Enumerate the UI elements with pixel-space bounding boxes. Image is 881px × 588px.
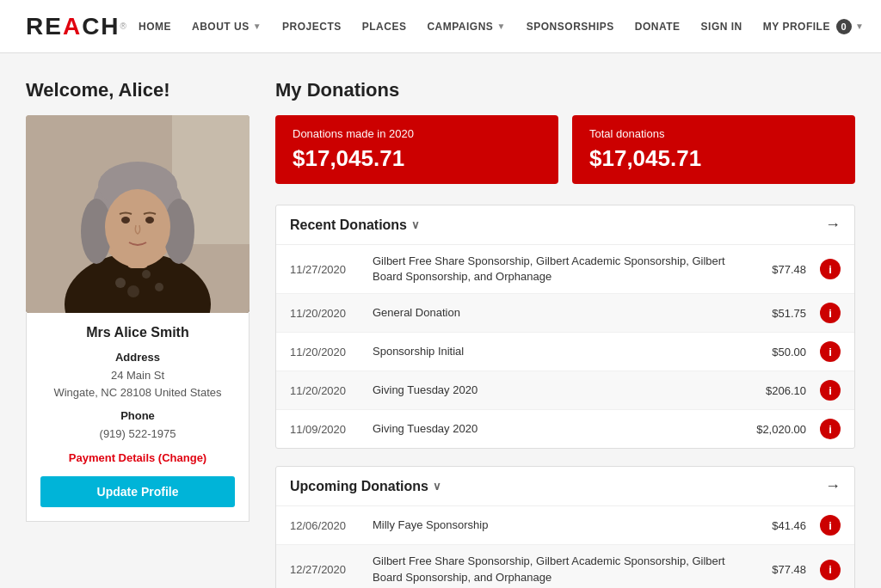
donation-desc: Giving Tuesday 2020	[373, 383, 728, 398]
nav-sponsorships[interactable]: SPONSORSHIPS	[516, 21, 625, 33]
profile-badge: 0	[836, 19, 852, 34]
donation-amount: $2,020.00	[742, 423, 806, 436]
table-row: 11/09/2020 Giving Tuesday 2020 $2,020.00…	[276, 410, 854, 448]
donation-amount: $41.46	[742, 519, 806, 532]
logo[interactable]: REACH®	[26, 13, 128, 40]
upcoming-donations-chevron-icon: ∨	[433, 480, 441, 493]
left-panel: Welcome, Alice!	[26, 79, 250, 588]
svg-point-14	[127, 285, 139, 297]
table-row: 11/20/2020 Giving Tuesday 2020 $206.10 i	[276, 371, 854, 410]
recent-donations-title[interactable]: Recent Donations ∨	[290, 217, 420, 233]
svg-point-12	[115, 278, 126, 288]
recent-donations-chevron-icon: ∨	[411, 218, 420, 231]
nav-home[interactable]: HOME	[128, 21, 182, 33]
donation-info-icon[interactable]: i	[820, 515, 841, 536]
upcoming-donations-section: Upcoming Donations ∨ → 12/06/2020 Milly …	[275, 466, 855, 588]
phone-label: Phone	[40, 409, 235, 422]
nav-donate[interactable]: DONATE	[625, 21, 691, 33]
stat-card-2020: Donations made in 2020 $17,045.71	[275, 115, 558, 184]
svg-point-9	[105, 189, 170, 265]
donation-info-icon[interactable]: i	[820, 560, 841, 580]
stat-card-total-label: Total donations	[589, 127, 838, 140]
logo-a: A	[63, 13, 82, 40]
donation-info-icon[interactable]: i	[820, 341, 841, 362]
recent-donations-header: Recent Donations ∨ →	[276, 205, 854, 245]
nav-campaigns[interactable]: CAMPAIGNS ▼	[416, 21, 515, 33]
donation-amount: $51.75	[742, 307, 806, 320]
upcoming-donations-title[interactable]: Upcoming Donations ∨	[290, 479, 441, 494]
svg-point-15	[155, 283, 163, 291]
donation-amount: $206.10	[742, 384, 806, 397]
address-value: 24 Main St Wingate, NC 28108 United Stat…	[40, 367, 235, 401]
nav-links: HOME ABOUT US ▼ PROJECTS PLACES CAMPAIGN…	[128, 19, 874, 34]
donation-date: 12/27/2020	[290, 563, 359, 576]
donation-info-icon[interactable]: i	[820, 380, 841, 401]
donation-amount: $77.48	[742, 263, 806, 276]
table-row: 12/06/2020 Milly Faye Sponsorship $41.46…	[276, 506, 854, 545]
payment-change-link[interactable]: (Change)	[158, 451, 206, 464]
profile-info: Mrs Alice Smith Address 24 Main St Winga…	[26, 313, 250, 522]
stat-card-2020-value: $17,045.71	[293, 145, 541, 172]
stat-card-2020-label: Donations made in 2020	[293, 127, 541, 140]
phone-value: (919) 522-1975	[40, 426, 235, 443]
nav-signin[interactable]: SIGN IN	[691, 21, 753, 33]
donation-desc: Sponsorship Initial	[373, 344, 728, 359]
svg-point-10	[121, 217, 130, 224]
donation-amount: $50.00	[742, 346, 806, 358]
upcoming-donations-header: Upcoming Donations ∨ →	[276, 467, 854, 506]
table-row: 11/20/2020 General Donation $51.75 i	[276, 294, 854, 333]
recent-donations-section: Recent Donations ∨ → 11/27/2020 Gilbert …	[275, 205, 855, 449]
logo-reg: ®	[120, 21, 128, 31]
table-row: 11/27/2020 Gilbert Free Share Sponsorshi…	[276, 245, 854, 294]
donation-date: 11/20/2020	[290, 307, 359, 320]
logo-ch: CH	[82, 13, 120, 40]
donation-desc: Milly Faye Sponsorship	[373, 518, 728, 533]
nav-projects[interactable]: PROJECTS	[272, 21, 352, 33]
donation-desc: Gilbert Free Share Sponsorship, Gilbert …	[373, 254, 728, 285]
my-donations-title: My Donations	[275, 79, 855, 101]
upcoming-donations-arrow-icon[interactable]: →	[825, 477, 841, 495]
nav-profile[interactable]: MY PROFILE 0 ▼	[753, 19, 875, 34]
svg-point-11	[145, 217, 154, 224]
welcome-title: Welcome, Alice!	[26, 79, 250, 101]
profile-name: Mrs Alice Smith	[40, 325, 235, 340]
donation-desc: Giving Tuesday 2020	[373, 421, 728, 437]
profile-photo	[26, 115, 250, 313]
donation-info-icon[interactable]: i	[820, 303, 841, 323]
campaigns-dropdown-icon: ▼	[496, 21, 505, 31]
table-row: 12/27/2020 Gilbert Free Share Sponsorshi…	[276, 545, 854, 588]
stat-card-total: Total donations $17,045.71	[572, 115, 855, 184]
update-profile-button[interactable]: Update Profile	[40, 476, 235, 507]
svg-point-13	[142, 270, 151, 279]
nav-places[interactable]: PLACES	[352, 21, 417, 33]
table-row: 11/20/2020 Sponsorship Initial $50.00 i	[276, 333, 854, 371]
donation-date: 12/06/2020	[290, 519, 359, 532]
payment-details: Payment Details (Change)	[40, 451, 235, 464]
about-dropdown-icon: ▼	[253, 21, 262, 31]
donation-date: 11/20/2020	[290, 346, 359, 358]
donation-info-icon[interactable]: i	[820, 259, 841, 279]
stat-card-total-value: $17,045.71	[589, 145, 838, 172]
nav-about[interactable]: ABOUT US ▼	[182, 21, 272, 33]
recent-donations-arrow-icon[interactable]: →	[825, 216, 841, 234]
profile-dropdown-icon: ▼	[855, 21, 864, 31]
donation-date: 11/09/2020	[290, 423, 359, 436]
main-content: Welcome, Alice!	[0, 53, 881, 588]
donation-desc: Gilbert Free Share Sponsorship, Gilbert …	[373, 554, 728, 585]
address-label: Address	[40, 351, 235, 364]
donation-amount: $77.48	[742, 563, 806, 576]
donation-info-icon[interactable]: i	[820, 419, 841, 439]
right-panel: My Donations Donations made in 2020 $17,…	[275, 79, 855, 588]
donation-date: 11/27/2020	[290, 263, 359, 276]
stat-cards: Donations made in 2020 $17,045.71 Total …	[275, 115, 855, 184]
donation-date: 11/20/2020	[290, 384, 359, 397]
logo-re: RE	[26, 13, 63, 40]
donation-desc: General Donation	[373, 305, 728, 321]
navbar: REACH® HOME ABOUT US ▼ PROJECTS PLACES C…	[0, 0, 881, 53]
